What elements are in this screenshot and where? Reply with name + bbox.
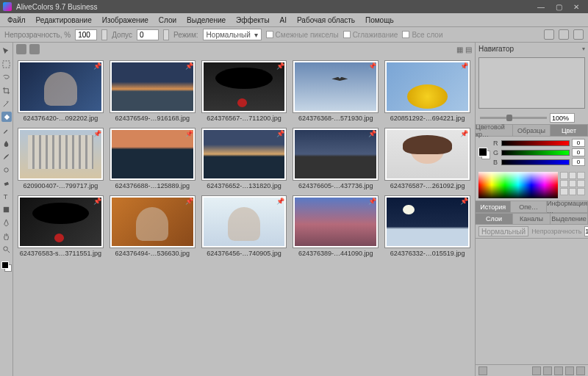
menu-эффекты[interactable]: Эффекты — [232, 15, 273, 26]
pen-tool[interactable] — [1, 217, 12, 228]
contiguous-checkbox[interactable]: Смежные пикселы — [266, 31, 339, 39]
swatch-grid[interactable] — [560, 172, 585, 198]
tab-layertabs-1[interactable]: Каналы — [513, 214, 551, 224]
tab-histtabs-0[interactable]: История — [476, 201, 511, 212]
thumbnail[interactable]: 📌624376368-…571930.jpg — [293, 60, 379, 122]
thumbnail[interactable]: 📌624376456-…740905.jpg — [201, 195, 287, 257]
navigator-view[interactable] — [478, 57, 585, 109]
thumbnail[interactable]: 📌624376420-…092202.jpg — [18, 60, 104, 122]
menu-помощь[interactable]: Помощь — [361, 15, 398, 26]
pin-icon[interactable]: 📌 — [185, 198, 193, 205]
menu-слои[interactable]: Слои — [154, 15, 181, 26]
new-layer-icon[interactable] — [532, 366, 541, 375]
fx-icon[interactable] — [565, 366, 574, 375]
eraser-tool[interactable] — [1, 178, 12, 188]
antialias-checkbox[interactable]: Сглаживание — [343, 31, 398, 39]
opacity-input[interactable]: 100 — [75, 29, 97, 40]
panel-swatch[interactable] — [478, 148, 490, 159]
hand-tool[interactable] — [1, 231, 12, 241]
tab-colortabs-2[interactable]: Цвет — [551, 125, 588, 136]
panel-menu-icon[interactable]: ▾ — [582, 46, 585, 52]
new-group-icon[interactable] — [543, 366, 552, 375]
blend-mode-dropdown[interactable]: Нормальный▾ — [203, 29, 262, 40]
mask-icon[interactable] — [554, 366, 563, 375]
tab-colortabs-0[interactable]: Цветовой кр… — [476, 125, 513, 136]
doc-tab-icon[interactable] — [29, 44, 40, 54]
thumbnail[interactable]: 📌624376583-s…3711551.jpg — [18, 195, 104, 257]
menu-файл[interactable]: Файл — [3, 15, 30, 26]
menu-ai[interactable]: AI — [276, 15, 291, 26]
zoom-slider[interactable] — [480, 117, 547, 119]
pin-icon[interactable]: 📌 — [93, 198, 101, 205]
pin-icon[interactable]: 📌 — [93, 130, 101, 137]
menu-редактирование[interactable]: Редактирование — [32, 15, 96, 26]
maximize-button[interactable]: ▢ — [550, 0, 567, 13]
pin-icon[interactable]: 📌 — [276, 62, 284, 70]
eyedropper-tool[interactable] — [1, 125, 12, 135]
tab-colortabs-1[interactable]: Образцы — [513, 125, 551, 136]
settings-icon[interactable] — [573, 29, 584, 40]
tab-histtabs-1[interactable]: Опе… — [511, 201, 546, 212]
menu-изображение[interactable]: Изображение — [98, 15, 153, 26]
trash-icon[interactable] — [576, 366, 585, 375]
pin-icon[interactable]: 📌 — [185, 62, 193, 70]
red-slider[interactable] — [501, 140, 570, 146]
zoom-spinner[interactable] — [578, 113, 584, 123]
pin-icon[interactable]: 📌 — [460, 130, 468, 137]
layer-blend-dropdown[interactable]: Нормальный — [478, 226, 528, 236]
thumbnail[interactable]: 📌620900407-…799717.jpg — [18, 128, 104, 189]
pin-icon[interactable]: 📌 — [460, 198, 468, 205]
thumbnail[interactable]: 📌620851292-…694221.jpg — [384, 60, 470, 122]
thumbnail[interactable]: 📌624376389-…441090.jpg — [293, 195, 379, 257]
thumbnail[interactable]: 📌624376652-…131820.jpg — [201, 128, 287, 189]
shape-tool[interactable] — [1, 204, 12, 214]
move-tool[interactable] — [1, 46, 12, 56]
pin-icon[interactable]: 📌 — [368, 130, 376, 137]
zoom-tool[interactable] — [1, 244, 12, 254]
pin-icon[interactable]: 📌 — [93, 62, 101, 70]
blue-value[interactable]: 0 — [572, 158, 585, 166]
pin-icon[interactable]: 📌 — [185, 130, 193, 137]
clone-tool[interactable] — [1, 164, 12, 175]
status-icon[interactable] — [478, 366, 487, 375]
tolerance-spinner[interactable] — [163, 29, 169, 40]
thumbnail[interactable]: 📌624376605-…437736.jpg — [293, 128, 379, 189]
opacity-spinner[interactable] — [101, 29, 107, 40]
thumbnail[interactable]: 📌624376688-…125889.jpg — [110, 128, 196, 189]
thumbnail[interactable]: 📌624376332-…015519.jpg — [384, 195, 470, 257]
layer-opacity-input[interactable]: 100 — [584, 226, 588, 236]
text-tool[interactable]: T — [1, 191, 12, 201]
brush-tool[interactable] — [1, 151, 12, 162]
crop-tool[interactable] — [1, 85, 12, 95]
thumbnail[interactable]: 📌624376549-…916168.jpg — [110, 60, 196, 122]
green-slider[interactable] — [501, 150, 570, 156]
zoom-value[interactable]: 100% — [550, 113, 575, 123]
pin-icon[interactable]: 📌 — [276, 198, 284, 205]
pin-icon[interactable]: 📌 — [460, 62, 468, 70]
color-swatch[interactable] — [1, 261, 12, 272]
menu-рабочая область[interactable]: Рабочая область — [293, 15, 359, 26]
pin-icon[interactable]: 📌 — [276, 130, 284, 137]
minimize-button[interactable]: — — [532, 0, 550, 13]
color-spectrum[interactable] — [478, 172, 558, 198]
marquee-tool[interactable] — [1, 59, 12, 69]
tab-histtabs-2[interactable]: Информация … — [547, 201, 588, 212]
pin-icon[interactable]: 📌 — [368, 198, 376, 205]
close-button[interactable]: ✕ — [567, 0, 585, 13]
view-grid-icon[interactable]: ▦ ▤ — [456, 46, 472, 54]
tolerance-input[interactable]: 0 — [137, 29, 159, 40]
help-icon[interactable] — [559, 29, 569, 40]
thumbnail[interactable]: 📌624376587-…261092.jpg — [384, 128, 470, 189]
tab-layertabs-0[interactable]: Слои — [476, 214, 513, 224]
lasso-tool[interactable] — [1, 72, 12, 82]
thumbnail[interactable]: 📌624376494-…536630.jpg — [110, 195, 196, 257]
pin-icon[interactable]: 📌 — [368, 62, 376, 70]
thumbnail[interactable]: 📌624376567-…711200.jpg — [201, 60, 287, 122]
green-value[interactable]: 0 — [572, 148, 585, 156]
menu-выделение[interactable]: Выделение — [182, 15, 230, 26]
tab-layertabs-2[interactable]: Выделение — [551, 214, 588, 224]
blur-tool[interactable] — [1, 138, 12, 148]
wand-tool[interactable] — [1, 98, 12, 109]
red-value[interactable]: 0 — [572, 139, 585, 147]
bucket-tool[interactable] — [1, 112, 12, 122]
